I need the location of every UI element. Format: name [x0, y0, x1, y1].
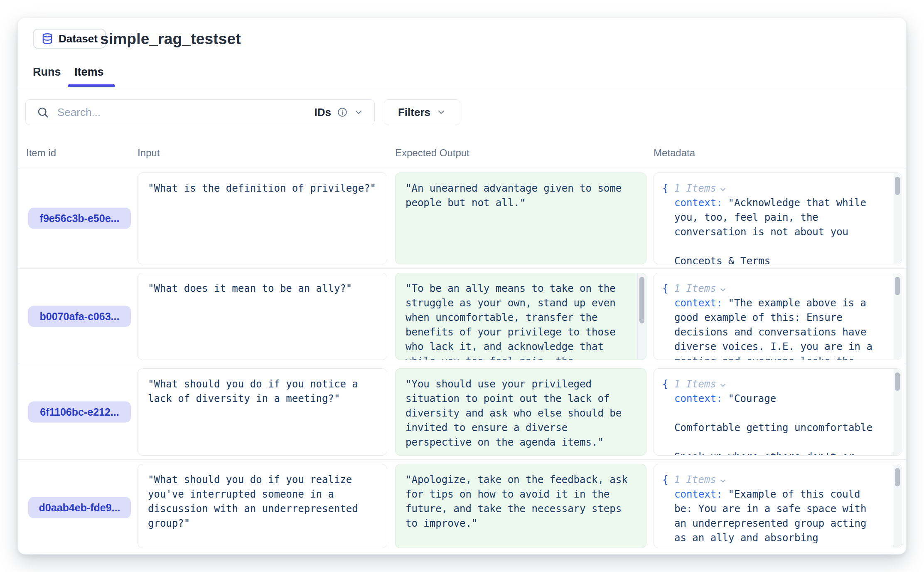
input-cell[interactable]: "What does it mean to be an ally?": [138, 273, 387, 360]
expected-output-cell[interactable]: "You should use your privileged situatio…: [395, 368, 646, 456]
input-text: "What should you do if you realize you'v…: [148, 473, 377, 531]
input-cell[interactable]: "What is the definition of privilege?": [138, 173, 387, 264]
column-header-expected-output: Expected Output: [395, 147, 469, 159]
item-id-badge[interactable]: 6f1106bc-e212...: [28, 401, 131, 422]
scrollbar-thumb[interactable]: [895, 177, 900, 195]
chevron-down-icon: [719, 286, 727, 294]
item-id-badge[interactable]: f9e56c3b-e50e...: [28, 208, 131, 229]
expected-output-text: "You should use your privileged situatio…: [405, 377, 636, 450]
input-cell[interactable]: "What should you do if you notice a lack…: [138, 368, 387, 456]
expected-output-scrollbar[interactable]: [637, 274, 646, 359]
search-scope-label: IDs: [315, 106, 331, 119]
input-text: "What is the definition of privilege?": [148, 181, 377, 196]
metadata-cell[interactable]: { 1 Items context:"Courage Comfortable g…: [654, 368, 902, 456]
json-items-count: 1 Items: [674, 473, 716, 487]
metadata-scrollbar[interactable]: [893, 274, 901, 359]
json-key: context:: [674, 393, 722, 404]
metadata-scrollbar[interactable]: [893, 465, 901, 547]
tab-bar: Runs Items: [18, 18, 906, 87]
input-text: "What does it mean to be an ally?": [148, 281, 377, 296]
chevron-down-icon: [719, 185, 727, 194]
json-collapse-header[interactable]: { 1 Items: [662, 377, 885, 392]
table-row: 6f1106bc-e212... "What should you do if …: [18, 364, 906, 460]
table-header: Item id Input Expected Output Metadata: [18, 139, 906, 168]
metadata-json: context:"Acknowledge that while you, too…: [674, 196, 878, 264]
json-brace: {: [662, 281, 668, 296]
search-scope-dropdown[interactable]: IDs: [315, 106, 364, 119]
expected-output-cell[interactable]: "An unearned advantage given to some peo…: [395, 173, 646, 264]
metadata-json: context:"Courage Comfortable getting unc…: [674, 392, 878, 456]
metadata-json: context:"The example above is a good exa…: [674, 296, 878, 360]
json-collapse-header[interactable]: { 1 Items: [662, 473, 885, 487]
json-items-count: 1 Items: [674, 377, 716, 392]
metadata-cell[interactable]: { 1 Items context:"Acknowledge that whil…: [654, 173, 902, 264]
search-icon: [37, 106, 49, 118]
chevron-down-icon: [719, 477, 727, 485]
filters-label: Filters: [398, 106, 430, 119]
expected-output-text: "An unearned advantage given to some peo…: [405, 181, 636, 210]
metadata-scrollbar[interactable]: [893, 173, 901, 264]
chevron-down-icon: [354, 107, 364, 117]
json-brace: {: [662, 473, 668, 487]
dataset-card: Dataset simple_rag_testset Runs Items Se…: [17, 17, 907, 555]
search-placeholder: Search...: [57, 106, 101, 119]
json-items-count: 1 Items: [674, 281, 716, 296]
expected-output-cell[interactable]: "To be an ally means to take on the stru…: [395, 273, 646, 360]
column-header-input: Input: [138, 147, 160, 159]
metadata-json: context:"Example of this could be: You a…: [674, 487, 878, 548]
metadata-cell[interactable]: { 1 Items context:"The example above is …: [654, 273, 902, 360]
json-brace: {: [662, 181, 668, 196]
expected-output-cell[interactable]: "Apologize, take on the feedback, ask fo…: [395, 464, 646, 548]
json-items-count: 1 Items: [674, 181, 716, 196]
tab-items[interactable]: Items: [74, 66, 104, 79]
json-collapse-header[interactable]: { 1 Items: [662, 281, 885, 296]
scrollbar-thumb[interactable]: [895, 277, 900, 295]
metadata-scrollbar[interactable]: [893, 369, 901, 455]
json-key: context:: [674, 197, 722, 209]
scrollbar-thumb[interactable]: [895, 372, 900, 391]
json-key: context:: [674, 297, 722, 309]
expected-output-text: "To be an ally means to take on the stru…: [405, 281, 628, 360]
json-brace: {: [662, 377, 668, 392]
chevron-down-icon: [436, 107, 446, 117]
chevron-down-icon: [719, 381, 727, 390]
column-header-metadata: Metadata: [654, 147, 695, 159]
json-collapse-header[interactable]: { 1 Items: [662, 181, 885, 196]
scrollbar-thumb[interactable]: [895, 468, 900, 486]
item-id-badge[interactable]: d0aab4eb-fde9...: [28, 497, 131, 518]
search-input[interactable]: Search... IDs: [25, 99, 375, 125]
active-tab-indicator: [68, 84, 115, 87]
scrollbar-thumb[interactable]: [639, 277, 644, 323]
table-row: d0aab4eb-fde9... "What should you do if …: [18, 460, 906, 555]
input-text: "What should you do if you notice a lack…: [148, 377, 377, 406]
filters-button[interactable]: Filters: [384, 99, 460, 125]
item-id-badge[interactable]: b0070afa-c063...: [28, 306, 131, 327]
table-row: f9e56c3b-e50e... "What is the definition…: [18, 168, 906, 269]
tab-runs[interactable]: Runs: [33, 66, 61, 79]
expected-output-text: "Apologize, take on the feedback, ask fo…: [405, 473, 636, 531]
input-cell[interactable]: "What should you do if you realize you'v…: [138, 464, 387, 548]
metadata-cell[interactable]: { 1 Items context:"Example of this could…: [654, 464, 902, 548]
json-key: context:: [674, 488, 722, 500]
info-icon[interactable]: [337, 107, 348, 118]
table-row: b0070afa-c063... "What does it mean to b…: [18, 269, 906, 364]
column-header-item-id: Item id: [26, 147, 56, 159]
